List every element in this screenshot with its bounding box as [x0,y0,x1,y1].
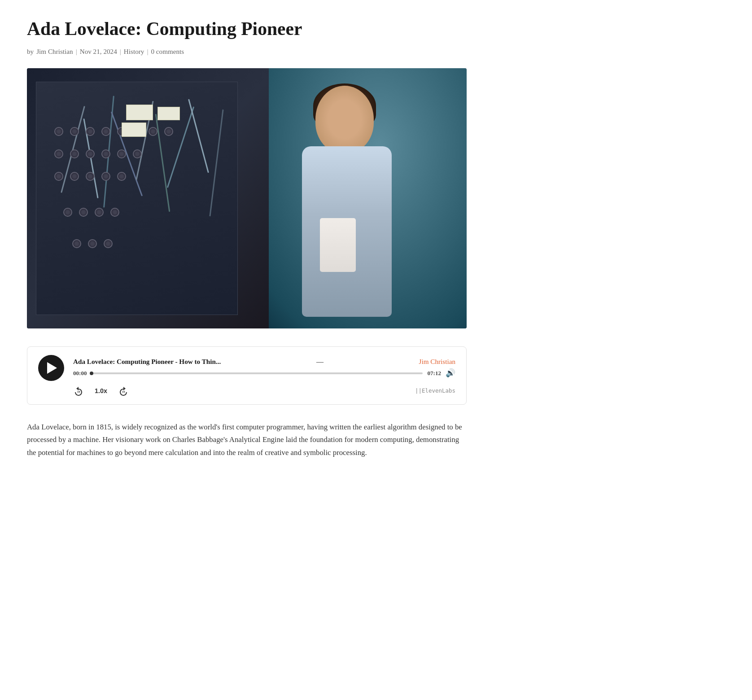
machinery-panel [27,68,269,328]
player-controls-row: 15 1.0x 15 ||ElevenLabs [38,385,455,396]
article-title: Ada Lovelace: Computing Pioneer [27,18,467,40]
knob [54,149,63,158]
knob [72,239,81,248]
volume-icon[interactable]: 🔊 [446,368,455,378]
knob-row-5 [72,239,113,248]
knob [54,127,63,136]
knob-row-3 [54,172,126,181]
play-button[interactable] [38,355,64,381]
author-link[interactable]: Jim Christian [36,48,73,56]
time-total: 07:12 [427,370,441,377]
equipment-panel [36,82,238,315]
time-current: 00:00 [73,370,87,377]
rewind-button[interactable]: 15 [73,385,84,396]
svg-text:15: 15 [77,390,80,393]
progress-row: 00:00 07:12 🔊 [73,368,455,378]
knob [117,172,126,181]
track-title-row: Ada Lovelace: Computing Pioneer - How to… [73,358,455,366]
cable-8 [188,99,209,173]
forward-button[interactable]: 15 [118,385,129,396]
track-dash: — [316,358,324,366]
meta-sep-3: | [147,48,148,56]
player-controls-left: 15 1.0x 15 [73,385,129,396]
cable-9 [209,109,223,217]
audio-player: Ada Lovelace: Computing Pioneer - How to… [27,346,467,405]
player-track-info: Ada Lovelace: Computing Pioneer - How to… [73,358,455,378]
knob [117,149,126,158]
knob-row-4 [63,208,119,217]
knob [54,172,63,181]
knob [110,208,119,217]
patch-card-2 [157,107,180,120]
knob [86,172,95,181]
knob [101,149,110,158]
speed-button[interactable]: 1.0x [95,387,107,394]
play-icon [47,362,57,374]
dress-detail [320,218,356,272]
woman-head [315,86,374,153]
progress-dot [90,372,93,375]
featured-image-container [27,68,467,328]
meta-sep-2: | [120,48,121,56]
knob [63,208,72,217]
knob-row-2 [54,149,142,158]
meta-by: by [27,48,34,56]
category-link[interactable]: History [124,48,144,56]
woman-body [302,146,392,317]
knob [95,208,104,217]
comments-link[interactable]: 0 comments [151,48,184,56]
patch-card-3 [122,122,146,137]
knob [101,172,110,181]
track-artist: Jim Christian [419,358,455,366]
svg-text:15: 15 [122,390,125,393]
knob-row-1 [54,127,173,136]
article-date: Nov 21, 2024 [80,48,117,56]
knob [86,149,95,158]
knob [164,127,173,136]
knob [149,127,157,136]
track-title: Ada Lovelace: Computing Pioneer - How to… [73,358,221,366]
article-body: Ada Lovelace, born in 1815, is widely re… [27,421,467,459]
woman-figure [244,81,401,319]
progress-bar[interactable] [92,372,423,374]
patch-card-1 [126,105,153,120]
knob [133,149,142,158]
knob [86,127,95,136]
knob [70,149,79,158]
knob [70,172,79,181]
knob [79,208,88,217]
article-meta: by Jim Christian | Nov 21, 2024 | Histor… [27,48,467,56]
knob [104,239,113,248]
knob [88,239,97,248]
player-top-row: Ada Lovelace: Computing Pioneer - How to… [38,355,455,381]
knob [70,127,79,136]
meta-sep-1: | [76,48,77,56]
knob [101,127,110,136]
elevenlabs-badge: ||ElevenLabs [415,387,455,394]
featured-image [27,68,467,328]
